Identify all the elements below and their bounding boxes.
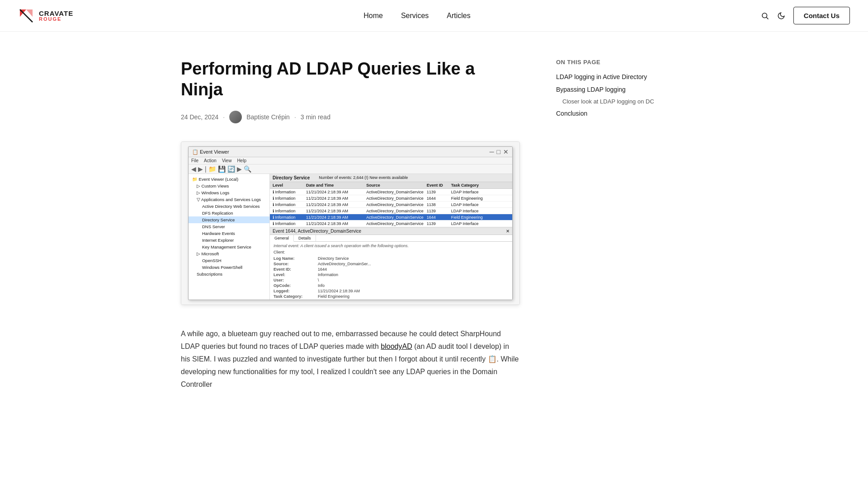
col-source: Source <box>366 183 425 188</box>
ev-maximize[interactable]: □ <box>497 148 500 155</box>
ev-table: Level Date and Time Source Event ID Task… <box>270 182 512 227</box>
nav-home[interactable]: Home <box>363 12 383 20</box>
ev-tb-icon2[interactable]: 💾 <box>218 165 226 173</box>
meta-separator-1: · <box>223 113 225 121</box>
table-row[interactable]: ℹ Information11/21/2024 2:18:39 AMActive… <box>270 221 512 227</box>
ev-detail-grid: Log Name: Directory Service Source: Acti… <box>274 256 509 300</box>
logo-name: CRAVATE <box>39 10 73 17</box>
ev-table-header: Level Date and Time Source Event ID Task… <box>270 182 512 189</box>
col-eventid: Event ID <box>427 183 449 188</box>
contact-button[interactable]: Contact Us <box>793 7 850 24</box>
table-row[interactable]: ℹ Information11/21/2024 2:18:39 AMActive… <box>270 195 512 202</box>
ev-tree: 📁 Event Viewer (Local) ▷ Custom Views ▷ … <box>189 174 270 300</box>
toc-link-ldap-logging[interactable]: LDAP logging in Active Directory <box>556 73 656 82</box>
logo[interactable]: CRAVATE ROUGE <box>18 8 73 24</box>
table-row[interactable]: ℹ Information11/21/2024 2:18:39 AMActive… <box>270 202 512 208</box>
tree-event-viewer[interactable]: 📁 Event Viewer (Local) <box>189 176 269 183</box>
ev-field-source-val: ActiveDirectory_DomainSer... <box>318 262 509 266</box>
svg-point-4 <box>762 13 767 18</box>
ev-detail-desc: Internal event: A client issued a search… <box>274 244 509 248</box>
ev-field-source-label: Source: <box>274 262 314 266</box>
tab-details[interactable]: Details <box>294 235 316 241</box>
screenshot-inner: 📋 Event Viewer ─ □ ✕ File Action View He… <box>181 142 519 305</box>
ev-panel-header: Directory Service Number of events: 2,64… <box>270 174 512 182</box>
tree-ad-web[interactable]: Active Directory Web Services <box>189 203 269 210</box>
ev-tb-icon3[interactable]: 🔄 <box>227 165 235 173</box>
toc-link-closer-look[interactable]: Closer look at LDAP logging on DC <box>556 98 656 106</box>
col-date: Date and Time <box>306 183 364 188</box>
ev-tb-icon5[interactable]: 🔍 <box>244 165 251 173</box>
ev-tb-back[interactable]: ◀ <box>191 165 196 173</box>
ev-field-logname-label: Log Name: <box>274 256 314 261</box>
table-row[interactable]: ℹ Information11/21/2024 2:18:39 AMActive… <box>270 208 512 214</box>
ev-client-label: Client: <box>274 250 509 254</box>
table-row-selected[interactable]: ℹ Information11/21/2024 2:18:39 AMActive… <box>270 214 512 221</box>
ev-menu-file[interactable]: File <box>191 158 198 163</box>
tree-microsoft[interactable]: ▷ Microsoft <box>189 250 269 257</box>
author-name: Baptiste Crépin <box>246 113 290 121</box>
moon-icon <box>777 12 785 20</box>
ev-detail-close[interactable]: ✕ <box>506 229 509 234</box>
bloodyadlink[interactable]: bloodyAD <box>381 343 412 350</box>
ev-body: 📁 Event Viewer (Local) ▷ Custom Views ▷ … <box>189 174 512 300</box>
ev-field-user-label: User: <box>274 278 314 282</box>
ev-tb-icon1[interactable]: 📁 <box>208 165 216 173</box>
ev-field-taskcat-val: Field Engineering <box>318 294 509 299</box>
col-category: Task Category <box>451 183 509 188</box>
toc-link-conclusion[interactable]: Conclusion <box>556 109 656 118</box>
ev-minimize[interactable]: ─ <box>490 148 494 155</box>
tree-powershell[interactable]: Windows PowerShell <box>189 264 269 271</box>
article-title: Performing AD LDAP Queries Like a Ninja <box>181 59 520 100</box>
ev-field-opcode-label: OpCode: <box>274 283 314 288</box>
tree-subscriptions[interactable]: Subscriptions <box>189 271 269 277</box>
ev-detail-tabs: General Details <box>270 235 512 242</box>
ev-menu-action[interactable]: Action <box>204 158 217 163</box>
avatar <box>229 111 242 123</box>
ev-menu-view[interactable]: View <box>222 158 232 163</box>
nav-links: Home Services Articles <box>363 12 471 20</box>
ev-field-taskcat-label: Task Category: <box>274 294 314 299</box>
tree-dfs[interactable]: DFS Replication <box>189 210 269 216</box>
search-button[interactable] <box>761 12 769 20</box>
tree-kms[interactable]: Key Management Service <box>189 244 269 250</box>
ev-field-level-val: Information <box>318 272 509 277</box>
screenshot-container: 📋 Event Viewer ─ □ ✕ File Action View He… <box>181 141 520 305</box>
ev-tb-sep: | <box>205 165 207 173</box>
logo-sub: ROUGE <box>39 17 73 22</box>
nav-services[interactable]: Services <box>401 12 429 20</box>
ev-close[interactable]: ✕ <box>503 148 509 155</box>
ev-right-panel: Directory Service Number of events: 2,64… <box>270 174 512 300</box>
ev-menu-help[interactable]: Help <box>237 158 246 163</box>
ev-field-logged-label: Logged: <box>274 289 314 293</box>
tree-hardware[interactable]: Hardware Events <box>189 230 269 237</box>
tree-dir-service[interactable]: Directory Service <box>189 216 269 223</box>
tree-openssh[interactable]: OpenSSH <box>189 257 269 264</box>
tree-custom-views[interactable]: ▷ Custom Views <box>189 183 269 189</box>
sidebar-sticky: On this page LDAP logging in Active Dire… <box>556 59 656 118</box>
ev-titlebar: 📋 Event Viewer ─ □ ✕ <box>189 147 512 157</box>
navbar: CRAVATE ROUGE Home Services Articles Con… <box>0 0 868 32</box>
ev-menubar: File Action View Help <box>189 157 512 164</box>
dark-mode-button[interactable] <box>777 12 785 20</box>
toc-link-bypassing[interactable]: Bypassing LDAP logging <box>556 85 656 94</box>
ev-title: 📋 Event Viewer <box>192 149 229 155</box>
ev-field-eventid-label: Event ID: <box>274 267 314 272</box>
tree-ie[interactable]: Internet Explorer <box>189 237 269 244</box>
meta-separator-2: · <box>294 113 296 121</box>
ev-detail-titlebar: Event 1644, ActiveDirectory_DomainServic… <box>270 228 512 235</box>
nav-right: Contact Us <box>761 7 850 24</box>
tab-general[interactable]: General <box>270 235 294 242</box>
table-row[interactable]: ℹ Information11/21/2024 2:18:39 AMActive… <box>270 189 512 195</box>
nav-articles[interactable]: Articles <box>447 12 470 20</box>
article-paragraph-1: A while ago, a blueteam guy reached out … <box>181 328 520 391</box>
ev-controls: ─ □ ✕ <box>490 148 509 155</box>
ev-panel-count: Number of events: 2,644 (!) New events a… <box>319 175 408 180</box>
ev-detail-content: Internal event: A client issued a search… <box>270 242 512 300</box>
tree-windows-logs[interactable]: ▷ Windows Logs <box>189 189 269 196</box>
ev-tb-icon4[interactable]: ▶ <box>237 165 242 173</box>
ev-tb-forward[interactable]: ▶ <box>198 165 203 173</box>
tree-dns[interactable]: DNS Server <box>189 223 269 230</box>
read-time: 3 min read <box>301 113 330 121</box>
tree-app-services[interactable]: ▽ Applications and Services Logs <box>189 196 269 203</box>
toc-title: On this page <box>556 59 656 66</box>
